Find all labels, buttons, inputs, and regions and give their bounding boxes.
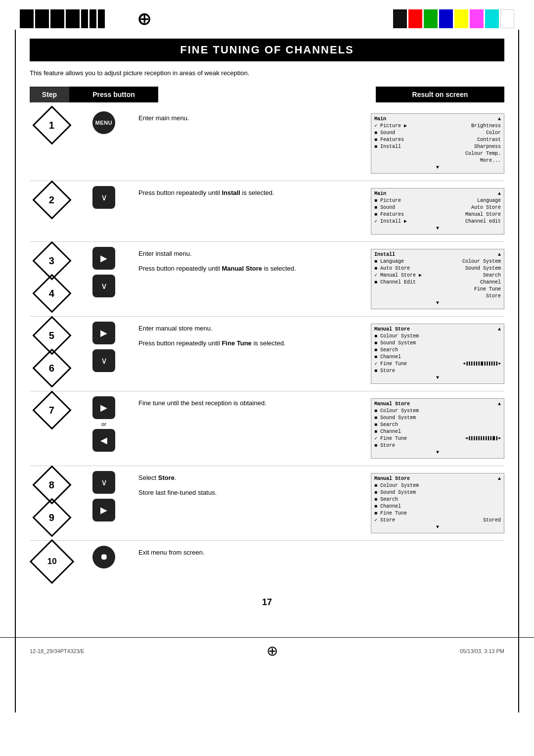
step-8-number: 8 <box>30 471 74 499</box>
step-7-text: Fine tune until the best reception is ob… <box>138 398 267 408</box>
step-row-1: 1 MENU Enter main menu. Main ▲ ✓ Picture… <box>30 106 504 181</box>
left-button[interactable]: ◀ <box>92 429 115 452</box>
step-row-56: 5 6 ▶ ∨ Enter manual stor <box>30 317 504 391</box>
step-number-label: 3 <box>49 255 54 267</box>
step-34-buttons: ▶ ∨ <box>74 247 134 297</box>
down-button[interactable]: ∨ <box>92 471 115 494</box>
menu-button[interactable]: MENU <box>92 111 115 134</box>
step-number-label: 6 <box>49 363 54 374</box>
right-button[interactable]: ▶ <box>92 247 115 270</box>
step-4-number: 4 <box>30 280 74 307</box>
right: Manual Store <box>465 211 501 218</box>
screen-row: ✓ Manual Store ▶Search <box>374 272 501 279</box>
step-1-button: MENU <box>74 111 134 134</box>
screen-arrow-up: ▲ <box>498 475 501 482</box>
header-result: Result on screen <box>376 87 504 102</box>
black-block <box>98 9 105 28</box>
screen-arrow-down: ▼ <box>374 164 501 171</box>
step-10-text: Exit menu from screen. <box>138 548 205 558</box>
step-1-desc: Enter main menu. <box>134 111 371 125</box>
left: ■ Channel <box>374 428 401 435</box>
footer: 12-18_29/34PT4323/E ⊕ 05/13/03, 3:13 PM <box>0 637 534 664</box>
step-7-button: ▶ or ◀ <box>74 396 134 452</box>
step-number-label: 9 <box>49 512 54 523</box>
screen-row: ■ Channel <box>374 503 501 510</box>
step-10-desc: Exit menu from screen. <box>134 546 371 560</box>
color-block-green <box>424 9 438 28</box>
steps-container: 1 MENU Enter main menu. Main ▲ ✓ Picture… <box>30 106 504 585</box>
right: Store <box>486 293 501 300</box>
step-3-text: Enter install menu. <box>138 249 192 259</box>
color-blocks-right <box>393 9 514 28</box>
screen-title-row: Manual Store ▲ <box>374 475 501 482</box>
left: ■ Picture <box>374 197 401 204</box>
left: ✓ Manual Store ▶ <box>374 272 422 279</box>
step-2-result: Main ▲ ■ PictureLanguage ■ SoundAuto Sto… <box>371 186 504 236</box>
color-block-magenta <box>470 9 484 28</box>
page-border-left <box>15 30 16 712</box>
step-row-10: 10 ⏺ Exit menu from screen. <box>30 541 504 585</box>
step-2-number: 2 <box>30 186 74 214</box>
top-bar: ⊕ <box>0 0 534 29</box>
right: Sound System <box>465 265 501 272</box>
page-subtitle: This feature allows you to adjust pictur… <box>30 69 504 77</box>
step-row-7: 7 ▶ or ◀ Fine tune until the best recept… <box>30 391 504 466</box>
screen-row: ■ Store <box>374 442 501 449</box>
screen-row: ✓ Picture ▶Brightness <box>374 123 501 130</box>
screen-arrow-down: ▼ <box>374 449 501 456</box>
right: Stored <box>483 517 501 524</box>
step-9-number: 9 <box>30 504 74 531</box>
page-number: 17 <box>30 597 504 608</box>
screen-title: Manual Store <box>374 401 410 408</box>
down-button[interactable]: ∨ <box>92 349 115 372</box>
down-button[interactable]: ∨ <box>92 186 115 209</box>
right: Channel <box>480 279 501 286</box>
step-5-number: 5 <box>30 322 74 349</box>
screen-7: Manual Store ▲ ■ Colour System ■ Sound S… <box>371 398 504 459</box>
step-number-label: 4 <box>49 288 54 299</box>
black-block <box>35 9 49 28</box>
step-9-text: Store last fine-tuned status. <box>138 488 217 498</box>
left: ■ Channel <box>374 354 401 361</box>
step-56-descs: Enter manual store menu. Press button re… <box>134 322 371 350</box>
right-button[interactable]: ▶ <box>92 499 115 521</box>
right: Brightness <box>471 123 501 130</box>
step-number-label: 10 <box>47 557 57 567</box>
color-block-black <box>393 9 407 28</box>
screen-arrow-down: ▼ <box>374 524 501 531</box>
screen-56: Manual Store ▲ ■ Colour System ■ Sound S… <box>371 324 504 384</box>
left: ✓ Fine Tune <box>374 435 407 442</box>
screen-row: ■ Fine Tune <box>374 510 501 517</box>
right: Fine Tune <box>474 286 501 293</box>
step-5-desc: Enter manual store menu. <box>138 324 366 333</box>
black-block <box>89 9 96 28</box>
down-button[interactable]: ∨ <box>92 275 115 297</box>
screen-row: Store <box>374 293 501 300</box>
step-10-number: 10 <box>30 546 74 577</box>
left: ■ Sound System <box>374 489 416 496</box>
step-9-desc: Store last fine-tuned status. <box>138 488 366 498</box>
left: ■ Channel Edit <box>374 279 416 286</box>
color-block-white <box>500 9 514 28</box>
screen-row: ■ Channel EditChannel <box>374 279 501 286</box>
header-press: Press button <box>69 87 158 102</box>
step-1-result: Main ▲ ✓ Picture ▶Brightness ■ SoundColo… <box>371 111 504 176</box>
color-block-cyan <box>485 9 499 28</box>
step-diamond-1: 1 <box>32 105 71 144</box>
screen-title: Main <box>374 190 386 197</box>
step-6-text: Press button repeatedly until Fine Tune … <box>138 338 285 348</box>
screen-row: ■ Search <box>374 422 501 428</box>
screen-title-row: Manual Store ▲ <box>374 401 501 408</box>
menu-exit-button[interactable]: ⏺ <box>92 546 115 568</box>
step-row-89: 8 9 ∨ ▶ Select Store. <box>30 466 504 541</box>
right: Colour System <box>462 258 501 265</box>
left: ✓ Store <box>374 517 395 524</box>
step-number-label: 2 <box>49 194 54 206</box>
step-diamond-10: 10 <box>30 539 75 584</box>
screen-title-row: Main ▲ <box>374 190 501 197</box>
right-button[interactable]: ▶ <box>92 322 115 344</box>
left: ■ Store <box>374 368 395 375</box>
black-blocks-left <box>20 9 105 28</box>
right-button[interactable]: ▶ <box>92 396 115 419</box>
right: Channel edit <box>465 218 501 225</box>
